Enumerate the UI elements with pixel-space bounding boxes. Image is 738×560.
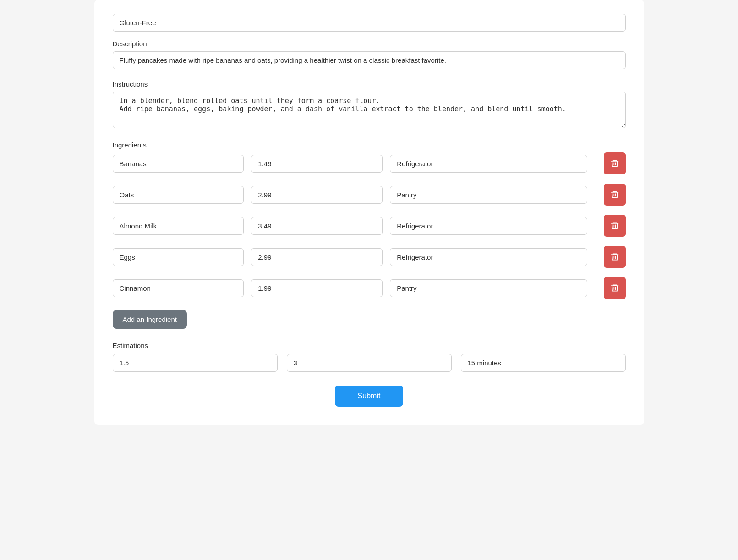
ingredient-location-field-2 — [390, 217, 587, 235]
trash-icon — [610, 252, 619, 261]
submit-button[interactable]: Submit — [335, 386, 404, 407]
ingredient-name-field-4 — [113, 279, 244, 297]
trash-icon — [610, 283, 619, 293]
gluten-free-section — [113, 14, 626, 32]
ingredient-row — [113, 215, 626, 237]
delete-ingredient-button-0[interactable] — [604, 152, 626, 174]
ingredient-row — [113, 152, 626, 174]
ingredient-price-input-0[interactable] — [251, 155, 383, 173]
ingredient-price-input-4[interactable] — [251, 279, 383, 297]
ingredient-location-input-2[interactable] — [390, 217, 587, 235]
ingredient-name-input-3[interactable] — [113, 248, 244, 266]
delete-ingredient-button-4[interactable] — [604, 277, 626, 299]
ingredient-location-field-1 — [390, 186, 587, 204]
description-input[interactable] — [113, 51, 626, 69]
ingredient-name-field-3 — [113, 248, 244, 266]
gluten-free-input[interactable] — [113, 14, 626, 32]
ingredient-price-field-3 — [251, 248, 383, 266]
trash-icon — [610, 190, 619, 199]
estimation-input-1[interactable] — [113, 354, 278, 372]
estimations-label: Estimations — [113, 342, 626, 349]
ingredient-location-input-1[interactable] — [390, 186, 587, 204]
instructions-label: Instructions — [113, 80, 626, 88]
description-label: Description — [113, 40, 626, 48]
ingredient-price-input-2[interactable] — [251, 217, 383, 235]
ingredient-price-field-0 — [251, 155, 383, 173]
ingredient-row — [113, 184, 626, 206]
ingredients-list — [113, 152, 626, 299]
estimation-input-3[interactable] — [461, 354, 626, 372]
delete-ingredient-button-2[interactable] — [604, 215, 626, 237]
ingredient-location-field-0 — [390, 155, 587, 173]
ingredient-location-input-3[interactable] — [390, 248, 587, 266]
ingredient-name-input-0[interactable] — [113, 155, 244, 173]
ingredients-label: Ingredients — [113, 141, 626, 149]
ingredient-row — [113, 246, 626, 268]
ingredient-price-input-3[interactable] — [251, 248, 383, 266]
ingredient-name-input-2[interactable] — [113, 217, 244, 235]
estimations-section: Estimations — [113, 342, 626, 372]
ingredient-price-field-4 — [251, 279, 383, 297]
instructions-section: Instructions In a blender, blend rolled … — [113, 80, 626, 130]
estimation-input-2[interactable] — [287, 354, 452, 372]
ingredient-price-field-1 — [251, 186, 383, 204]
trash-icon — [610, 221, 619, 230]
ingredient-price-field-2 — [251, 217, 383, 235]
estimations-row — [113, 354, 626, 372]
ingredient-name-input-4[interactable] — [113, 279, 244, 297]
ingredient-location-input-4[interactable] — [390, 279, 587, 297]
ingredient-row — [113, 277, 626, 299]
form-container: Description Instructions In a blender, b… — [94, 0, 644, 425]
estimation-field-1 — [113, 354, 278, 372]
ingredient-name-field-2 — [113, 217, 244, 235]
description-section: Description — [113, 40, 626, 69]
ingredient-name-field-1 — [113, 186, 244, 204]
ingredient-location-field-3 — [390, 248, 587, 266]
ingredient-name-field-0 — [113, 155, 244, 173]
ingredients-section: Ingredients — [113, 141, 626, 299]
estimation-field-2 — [287, 354, 452, 372]
instructions-textarea[interactable]: In a blender, blend rolled oats until th… — [113, 92, 626, 128]
estimation-field-3 — [461, 354, 626, 372]
delete-ingredient-button-3[interactable] — [604, 246, 626, 268]
ingredient-location-input-0[interactable] — [390, 155, 587, 173]
add-ingredient-button[interactable]: Add an Ingredient — [113, 310, 187, 329]
delete-ingredient-button-1[interactable] — [604, 184, 626, 206]
ingredient-location-field-4 — [390, 279, 587, 297]
trash-icon — [610, 159, 619, 168]
ingredient-price-input-1[interactable] — [251, 186, 383, 204]
ingredient-name-input-1[interactable] — [113, 186, 244, 204]
